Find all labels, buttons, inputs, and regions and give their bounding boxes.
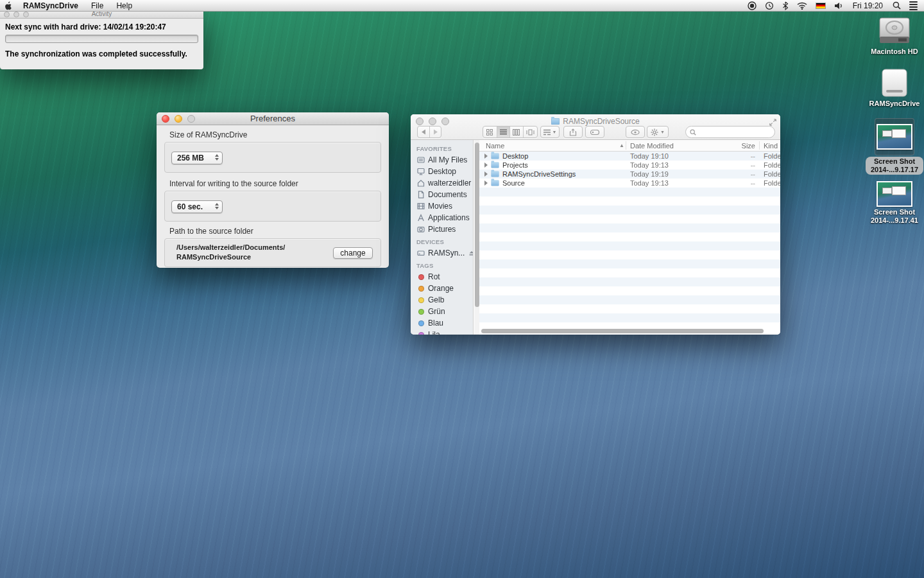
sidebar-favorites-header: FAVORITES	[416, 145, 473, 152]
close-button[interactable]	[162, 115, 169, 123]
sidebar-tag-blau[interactable]: Blau	[411, 317, 473, 329]
desktop-icon-ramsyncdrive[interactable]: RAMSyncDrive	[870, 68, 919, 108]
desktop-icon-macintosh-hd[interactable]: Macintosh HD	[870, 17, 919, 56]
minimize-button[interactable]	[175, 115, 182, 123]
desktop-icon-screenshot-1[interactable]: Screen Shot 2014-...9.17.17	[870, 118, 919, 175]
sidebar-scrollbar[interactable]	[474, 140, 479, 335]
source-path-value: /Users/walterzeidler/Documents/ RAMSyncD…	[176, 243, 285, 262]
interval-groupbox: 60 sec.	[164, 191, 381, 222]
tag-color-dot	[418, 274, 424, 280]
interval-popup-button[interactable]: 60 sec.	[171, 200, 223, 213]
horizontal-scrollbar[interactable]	[479, 327, 780, 335]
sidebar-item-pictures[interactable]: Pictures	[411, 223, 473, 235]
size-popup-value: 256 MB	[177, 153, 204, 162]
column-header-date-modified[interactable]: Date Modified	[630, 141, 674, 150]
keyboard-layout-flag-de[interactable]	[816, 3, 826, 9]
disclosure-triangle-icon[interactable]	[484, 180, 488, 186]
scrollbar-thumb[interactable]	[481, 329, 764, 333]
apple-menu[interactable]	[0, 1, 17, 10]
sidebar-tag-gelb[interactable]: Gelb	[411, 294, 473, 306]
close-button[interactable]	[416, 118, 424, 125]
menu-app-name[interactable]: RAMSyncDrive	[19, 1, 82, 10]
finder-sidebar: FAVORITES All My Files Desktop walterzei…	[411, 140, 474, 335]
sidebar-item-desktop[interactable]: Desktop	[411, 166, 473, 177]
folder-icon	[492, 171, 499, 177]
camera-icon	[416, 225, 425, 234]
volume-icon[interactable]	[834, 2, 843, 10]
table-row[interactable]: Projects Today 19:13 -- Folder	[479, 161, 780, 170]
sidebar-item-movies[interactable]: Movies	[411, 200, 473, 212]
table-row[interactable]: RAMSyncDriveSettings Today 19:19 -- Fold…	[479, 170, 780, 179]
column-header-size[interactable]: Size	[730, 141, 755, 150]
sidebar-item-home[interactable]: walterzeidler	[411, 177, 473, 189]
sidebar-tag-lila[interactable]: Lila	[411, 329, 473, 335]
change-path-button[interactable]: change	[333, 247, 373, 259]
table-row[interactable]: Source Today 19:13 -- Folder	[479, 179, 780, 188]
action-menu-button[interactable]: ▼	[647, 126, 669, 138]
film-icon	[416, 202, 425, 211]
forward-button[interactable]	[429, 127, 441, 137]
sidebar-tag-orange[interactable]: Orange	[411, 283, 473, 294]
share-button[interactable]	[563, 126, 583, 138]
finder-titlebar[interactable]: RAMSyncDriveSource ▼ ▼	[411, 114, 780, 140]
proxy-folder-icon[interactable]	[551, 118, 560, 125]
eject-icon[interactable]	[468, 250, 474, 256]
folder-icon	[492, 180, 499, 186]
zoom-button[interactable]	[441, 118, 449, 125]
quicklook-button[interactable]	[626, 126, 645, 138]
menu-file[interactable]: File	[85, 1, 110, 10]
sidebar-item-ramsyncdrive-device[interactable]: RAMSyn...	[411, 247, 473, 259]
menu-bar: RAMSyncDrive File Help Fri 19:20	[0, 0, 924, 12]
coverflow-view-button[interactable]	[523, 127, 537, 137]
minimize-button[interactable]	[13, 12, 19, 17]
tags-button[interactable]	[585, 126, 604, 138]
sidebar-item-all-my-files[interactable]: All My Files	[411, 154, 473, 166]
search-icon	[690, 129, 696, 136]
close-button[interactable]	[4, 12, 10, 17]
zoom-button[interactable]	[187, 115, 195, 123]
wifi-icon[interactable]	[797, 2, 807, 10]
path-section-label: Path to the source folder	[169, 227, 389, 236]
applications-icon	[416, 213, 425, 222]
back-forward-group	[417, 126, 441, 138]
column-view-button[interactable]	[509, 127, 523, 137]
sidebar-tag-rot[interactable]: Rot	[411, 271, 473, 283]
disclosure-triangle-icon[interactable]	[484, 171, 488, 177]
next-sync-text: Next sync with hard drive: 14/02/14 19:2…	[5, 22, 198, 31]
sidebar-item-applications[interactable]: Applications	[411, 212, 473, 223]
time-machine-icon[interactable]	[765, 1, 774, 10]
size-popup-button[interactable]: 256 MB	[171, 152, 223, 164]
arrange-button[interactable]: ▼	[540, 126, 560, 138]
apple-icon	[4, 1, 12, 10]
table-row[interactable]: Desktop Today 19:10 -- Folder	[479, 152, 780, 161]
screenshot-thumbnail	[877, 124, 912, 150]
disclosure-triangle-icon[interactable]	[484, 162, 488, 168]
sync-progress-bar	[5, 35, 198, 43]
spotlight-icon[interactable]	[893, 1, 901, 10]
zoom-button[interactable]	[23, 12, 29, 17]
disclosure-triangle-icon[interactable]	[484, 153, 488, 159]
list-view-button[interactable]	[497, 127, 510, 137]
icon-label: Macintosh HD	[871, 48, 918, 56]
menu-help[interactable]: Help	[110, 1, 139, 10]
column-header-kind[interactable]: Kind	[764, 141, 778, 150]
document-icon	[416, 190, 425, 199]
app-status-icon[interactable]	[748, 1, 757, 10]
activity-window: Activity Next sync with hard drive: 14/0…	[0, 10, 203, 69]
column-header-name[interactable]: Name	[486, 141, 504, 150]
scrollbar-thumb[interactable]	[475, 143, 479, 307]
sidebar-tag-gruen[interactable]: Grün	[411, 306, 473, 317]
tag-color-dot	[418, 332, 424, 335]
tag-color-dot	[418, 320, 424, 326]
notification-center-icon[interactable]	[909, 1, 918, 10]
desktop-icon-screenshot-2[interactable]: Screen Shot 2014-...9.17.41	[870, 181, 919, 225]
minimize-button[interactable]	[429, 118, 436, 125]
search-input[interactable]	[699, 128, 774, 136]
back-button[interactable]	[418, 127, 429, 137]
icon-view-button[interactable]	[483, 127, 497, 137]
tag-color-dot	[418, 297, 424, 303]
bluetooth-icon[interactable]	[782, 1, 789, 10]
sidebar-item-documents[interactable]: Documents	[411, 189, 473, 200]
menu-clock[interactable]: Fri 19:20	[851, 1, 884, 10]
preferences-titlebar[interactable]: Preferences	[157, 112, 389, 125]
